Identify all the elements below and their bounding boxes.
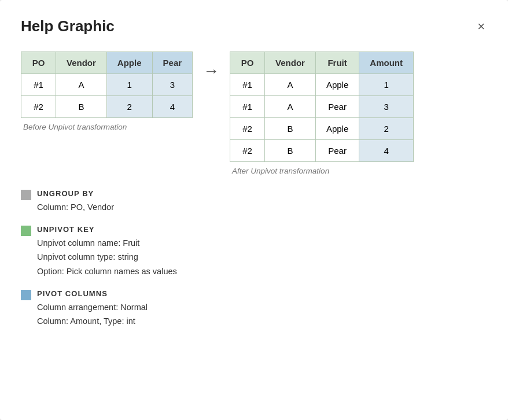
after-cell: Apple [315,74,359,96]
before-cell: #1 [21,74,56,96]
table-row: #2 B Apple 2 [230,118,414,140]
before-header-apple: Apple [106,52,152,74]
before-cell: 2 [106,96,152,118]
ungroup-content: UNGROUP BY Column: PO, Vendor [37,189,114,215]
arrow-icon: → [203,63,219,79]
ungroup-section: UNGROUP BY Column: PO, Vendor [21,189,487,215]
after-cell: 4 [359,140,414,162]
pivot-columns-icon [21,290,31,300]
before-header-po: PO [21,52,56,74]
unpivot-key-icon [21,226,31,236]
pivot-columns-content: PIVOT COLUMNS Column arrangement: Normal… [37,289,148,329]
table-row: #2 B 2 4 [21,96,193,118]
after-cell: #2 [230,140,265,162]
table-row: #1 A Pear 3 [230,96,414,118]
after-header-po: PO [230,52,265,74]
ungroup-icon [21,190,31,200]
before-cell: 3 [152,74,193,96]
after-cell: #1 [230,96,265,118]
unpivot-key-section: UNPIVOT KEY Unpivot column name: Fruit U… [21,225,487,279]
after-cell: A [265,96,316,118]
before-cell: B [56,96,107,118]
before-cell: #2 [21,96,56,118]
after-cell: 2 [359,118,414,140]
after-cell: Pear [315,96,359,118]
close-button[interactable]: × [475,18,487,35]
pivot-line-2: Column: Amount, Type: int [37,316,135,326]
before-cell: 1 [106,74,152,96]
ungroup-label: UNGROUP BY [37,189,114,198]
dialog-header: Help Graphic × [21,17,487,35]
unpivot-key-content: UNPIVOT KEY Unpivot column name: Fruit U… [37,225,177,279]
after-table: PO Vendor Fruit Amount #1 A Apple 1 #1 [230,51,414,162]
after-header-vendor: Vendor [265,52,316,74]
table-row: #1 A 1 3 [21,74,193,96]
before-table-caption: Before Unpivot transformation [21,123,193,131]
help-graphic-dialog: Help Graphic × PO Vendor Apple Pear #1 A [0,0,508,420]
arrow-container: → [193,51,230,79]
after-header-amount: Amount [359,52,414,74]
after-cell: 3 [359,96,414,118]
before-cell: A [56,74,107,96]
after-cell: B [265,140,316,162]
ungroup-text: Column: PO, Vendor [37,200,114,215]
before-header-vendor: Vendor [56,52,107,74]
pivot-line-1: Column arrangement: Normal [37,303,148,312]
after-header-fruit: Fruit [315,52,359,74]
after-cell: A [265,74,316,96]
after-cell: #1 [230,74,265,96]
before-table: PO Vendor Apple Pear #1 A 1 3 #2 [21,51,193,118]
table-row: #1 A Apple 1 [230,74,414,96]
pivot-columns-label: PIVOT COLUMNS [37,289,148,298]
unpivot-line-1: Unpivot column name: Fruit [37,238,139,248]
description-section: UNGROUP BY Column: PO, Vendor UNPIVOT KE… [21,189,487,329]
after-cell: B [265,118,316,140]
unpivot-key-text: Unpivot column name: Fruit Unpivot colum… [37,236,177,279]
before-cell: 4 [152,96,193,118]
after-cell: #2 [230,118,265,140]
unpivot-line-2: Unpivot column type: string [37,252,138,261]
table-row: #2 B Pear 4 [230,140,414,162]
after-cell: 1 [359,74,414,96]
pivot-columns-section: PIVOT COLUMNS Column arrangement: Normal… [21,289,487,329]
after-table-wrapper: PO Vendor Fruit Amount #1 A Apple 1 #1 [230,51,414,175]
before-header-pear: Pear [152,52,193,74]
after-table-caption: After Unpivot transformation [230,167,414,175]
after-cell: Pear [315,140,359,162]
after-cell: Apple [315,118,359,140]
pivot-columns-text: Column arrangement: Normal Column: Amoun… [37,300,148,329]
tables-row: PO Vendor Apple Pear #1 A 1 3 #2 [21,51,487,175]
unpivot-line-3: Option: Pick column names as values [37,267,177,276]
dialog-title: Help Graphic [21,17,115,35]
unpivot-key-label: UNPIVOT KEY [37,225,177,234]
before-table-wrapper: PO Vendor Apple Pear #1 A 1 3 #2 [21,51,193,131]
